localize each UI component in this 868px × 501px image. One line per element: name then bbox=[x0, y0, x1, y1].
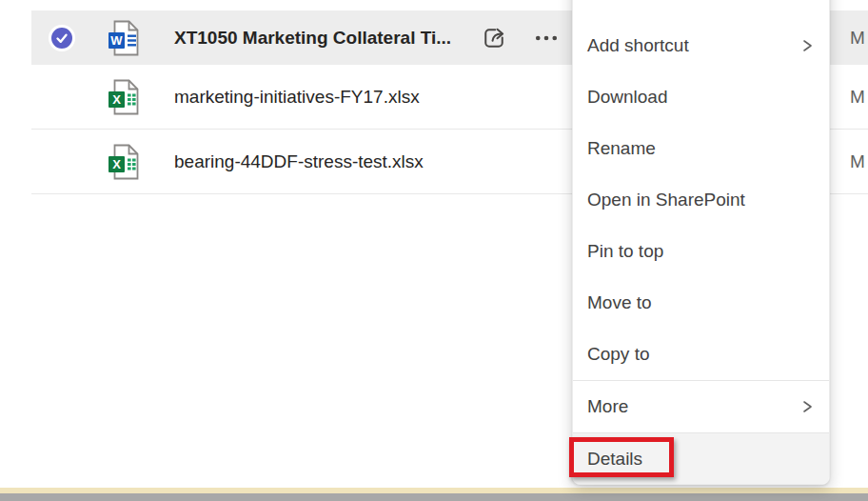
menu-item-more[interactable]: More bbox=[573, 381, 829, 432]
horizontal-scrollbar-thumb[interactable] bbox=[0, 493, 868, 501]
svg-text:W: W bbox=[110, 33, 123, 48]
selected-checkmark-icon[interactable] bbox=[49, 25, 75, 51]
menu-item-details[interactable]: Details bbox=[573, 433, 829, 485]
context-menu: Favorite Add shortcut Download Rename Op… bbox=[572, 0, 830, 485]
menu-item-rename[interactable]: Rename bbox=[573, 123, 829, 174]
menu-item-label: Favorite bbox=[587, 0, 653, 5]
modified-column-value: M bbox=[850, 151, 865, 172]
menu-item-label: Rename bbox=[587, 138, 656, 159]
menu-item-label: Pin to top bbox=[587, 241, 663, 262]
svg-text:X: X bbox=[112, 92, 121, 107]
menu-item-move-to[interactable]: Move to bbox=[573, 277, 829, 329]
menu-item-pin-to-top[interactable]: Pin to top bbox=[573, 226, 829, 277]
excel-file-icon: X bbox=[108, 144, 140, 180]
menu-item-open-in-sharepoint[interactable]: Open in SharePoint bbox=[573, 174, 829, 226]
menu-item-add-shortcut[interactable]: Add shortcut bbox=[573, 20, 829, 71]
modified-column-value: M bbox=[850, 28, 865, 49]
menu-item-label: More bbox=[587, 396, 628, 417]
menu-item-label: Download bbox=[587, 87, 668, 108]
menu-item-label: Details bbox=[587, 449, 642, 470]
submenu-chevron-icon bbox=[801, 399, 814, 414]
menu-item-label: Add shortcut bbox=[587, 35, 689, 56]
checkmark-glyph bbox=[53, 30, 70, 47]
menu-item-download[interactable]: Download bbox=[573, 71, 829, 123]
submenu-chevron-icon bbox=[801, 38, 814, 53]
file-name[interactable]: bearing-44DDF-stress-test.xlsx bbox=[174, 151, 424, 172]
modified-column-value: M bbox=[850, 87, 865, 108]
svg-text:X: X bbox=[112, 157, 121, 171]
teams-files-screen: W XT1050 Marketing Collateral Ti... M bbox=[0, 0, 868, 501]
menu-item-favorite[interactable]: Favorite bbox=[573, 0, 829, 20]
word-file-icon: W bbox=[108, 20, 140, 56]
more-options-icon[interactable] bbox=[533, 25, 560, 51]
share-icon[interactable] bbox=[480, 24, 508, 52]
menu-item-label: Move to bbox=[587, 292, 652, 313]
excel-file-icon: X bbox=[108, 79, 140, 115]
menu-item-label: Copy to bbox=[587, 344, 649, 365]
file-name[interactable]: marketing-initiatives-FY17.xlsx bbox=[174, 87, 420, 108]
menu-item-copy-to[interactable]: Copy to bbox=[573, 329, 829, 380]
file-name[interactable]: XT1050 Marketing Collateral Ti... bbox=[174, 28, 451, 49]
menu-item-label: Open in SharePoint bbox=[587, 190, 745, 210]
